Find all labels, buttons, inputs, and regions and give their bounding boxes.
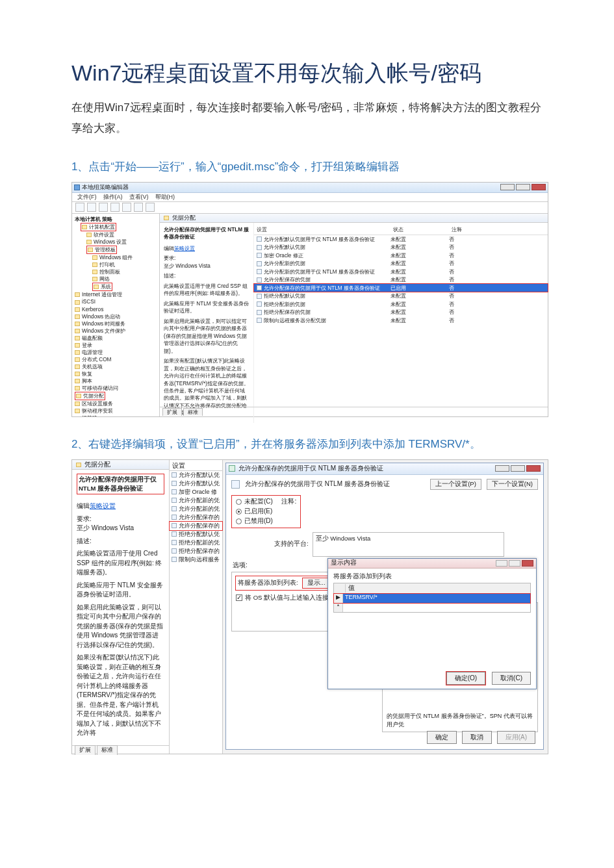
minimize-icon[interactable]: [500, 184, 515, 190]
tree-item[interactable]: 恢复: [75, 370, 157, 377]
tree-item[interactable]: iSCSI: [75, 298, 157, 305]
settings-row[interactable]: 加密 Oracle 修: [170, 488, 222, 496]
settings-row[interactable]: 允许分配新的凭: [170, 505, 222, 513]
filter-icon[interactable]: [146, 203, 155, 212]
grid-col-value[interactable]: 值: [346, 584, 528, 593]
settings-row[interactable]: 允许分配保存的: [170, 513, 222, 522]
grid-cell-value[interactable]: TERMSRV/*: [343, 594, 530, 603]
col-setting[interactable]: 设置: [254, 225, 390, 235]
settings-row[interactable]: 允许分配默认凭据用于仅 NTLM 服务器身份验证未配置否: [254, 235, 548, 244]
settings-row[interactable]: 拒绝分配新的凭: [170, 539, 222, 547]
settings-row[interactable]: 拒绝分配默认凭据未配置否: [254, 292, 548, 300]
radio-unconfigured[interactable]: [236, 499, 242, 505]
menu-action[interactable]: 操作(A): [103, 193, 123, 201]
settings-row[interactable]: 允许分配默认凭: [170, 471, 222, 479]
settings-row[interactable]: 允许分配保存的: [170, 522, 222, 530]
settings-row[interactable]: 拒绝分配保存的凭据未配置否: [254, 308, 548, 316]
tree-item[interactable]: 系统: [75, 283, 157, 291]
tree-root[interactable]: 本地计算机 策略: [75, 216, 157, 223]
inner-ok-button[interactable]: 确定(O): [446, 672, 485, 685]
enable-radio-group: 未配置(C) 注释: 已启用(E) 已禁用(D): [231, 495, 301, 528]
minimize-icon[interactable]: [496, 560, 507, 567]
content-header: 凭据分配: [160, 214, 548, 223]
settings-row[interactable]: 限制向远程服务: [170, 555, 222, 564]
tree-item[interactable]: Internet 通信管理: [75, 291, 157, 298]
settings-row[interactable]: 拒绝分配保存的: [170, 547, 222, 555]
tree-item[interactable]: 磁盘配额: [75, 335, 157, 342]
maximize-icon[interactable]: [516, 184, 530, 190]
tree-item[interactable]: Windows 热启动: [75, 313, 157, 320]
settings-row[interactable]: 允许分配保存的凭据用于仅 NTLM 服务器身份验证已启用否: [254, 284, 548, 292]
tree-item[interactable]: Kerberos: [75, 306, 157, 313]
tree-item[interactable]: 区域设置服务: [75, 400, 157, 407]
col-setting[interactable]: 设置: [170, 460, 222, 471]
settings-row[interactable]: 允许分配新的凭据未配置否: [254, 259, 548, 268]
menu-file[interactable]: 文件(F): [77, 193, 97, 201]
tree-item[interactable]: 关机选项: [75, 363, 157, 370]
folder-icon: [75, 307, 80, 312]
tab-extended[interactable]: 扩展: [75, 745, 96, 754]
help-icon[interactable]: [134, 203, 143, 212]
inner-cancel-button[interactable]: 取消(C): [492, 672, 531, 685]
menu-view[interactable]: 查看(V): [129, 193, 149, 201]
back-icon[interactable]: [75, 203, 84, 212]
close-icon[interactable]: [526, 465, 541, 472]
forward-icon[interactable]: [87, 203, 96, 212]
tree-item[interactable]: 分布式 COM: [75, 356, 157, 363]
col-state[interactable]: 状态: [390, 225, 449, 235]
settings-row[interactable]: 允许分配保存的凭据未配置否: [254, 275, 548, 284]
policy-tree[interactable]: 本地计算机 策略 计算机配置软件设置Windows 设置管理模板Windows …: [72, 214, 160, 416]
radio-enabled[interactable]: [236, 509, 242, 515]
tree-item[interactable]: 组策略: [75, 415, 157, 416]
close-icon[interactable]: [531, 184, 546, 190]
settings-row[interactable]: 拒绝分配新的凭据未配置否: [254, 300, 548, 309]
close-icon[interactable]: [522, 560, 533, 567]
tree-item[interactable]: 网络: [75, 275, 157, 283]
maximize-icon[interactable]: [511, 465, 525, 472]
prev-setting-button[interactable]: 上一个设置(P): [430, 479, 481, 490]
tree-item[interactable]: 可移动存储访问: [75, 385, 157, 392]
settings-row[interactable]: 允许分配新的凭据用于仅 NTLM 服务器身份验证未配置否: [254, 268, 548, 276]
cancel-button[interactable]: 取消: [462, 731, 492, 744]
tree-item[interactable]: 打印机: [75, 261, 157, 268]
settings-row[interactable]: 允许分配默认凭: [170, 479, 222, 488]
tree-item[interactable]: Windows 设置: [75, 238, 157, 246]
col-note[interactable]: 注释: [449, 225, 548, 235]
minimize-icon[interactable]: [495, 465, 509, 472]
refresh-icon[interactable]: [110, 203, 120, 212]
tree-item[interactable]: 管理模板: [75, 246, 157, 254]
tree-item[interactable]: Windows 时间服务: [75, 320, 157, 327]
settings-row[interactable]: 拒绝分配默认凭: [170, 530, 222, 539]
tree-item[interactable]: Windows 组件: [75, 254, 157, 261]
tree-item[interactable]: 电源管理: [75, 349, 157, 356]
up-icon[interactable]: [99, 203, 108, 212]
radio-disabled[interactable]: [236, 518, 242, 524]
tree-item[interactable]: 控制面板: [75, 268, 157, 275]
tree-item[interactable]: 驱动程序安装: [75, 407, 157, 415]
server-list-grid[interactable]: 值 ▶TERMSRV/* *: [333, 583, 531, 613]
tree-item[interactable]: 计算机配置: [75, 223, 157, 231]
maximize-icon[interactable]: [509, 560, 520, 567]
concat-default-checkbox[interactable]: [236, 594, 242, 601]
tree-item[interactable]: 脚本: [75, 377, 157, 385]
settings-row[interactable]: 加密 Oracle 修正未配置否: [254, 251, 548, 260]
grid-new-row[interactable]: [343, 603, 530, 612]
settings-row[interactable]: 允许分配新的凭: [170, 496, 222, 505]
edit-policy-link[interactable]: 策略设置: [174, 246, 195, 251]
tab-extended[interactable]: 扩展: [162, 408, 182, 416]
show-button[interactable]: 显示...: [302, 578, 331, 589]
props-icon[interactable]: [122, 203, 131, 212]
tab-standard[interactable]: 标准: [183, 408, 203, 416]
next-setting-button[interactable]: 下一个设置(N): [487, 479, 538, 490]
tree-item[interactable]: 凭据分配: [75, 392, 157, 400]
settings-row[interactable]: 限制向远程服务器分配凭据未配置否: [254, 316, 548, 325]
tree-item[interactable]: 登录: [75, 342, 157, 349]
tree-item[interactable]: 软件设置: [75, 231, 157, 238]
apply-button[interactable]: 应用(A): [497, 731, 535, 744]
tab-standard[interactable]: 标准: [97, 745, 118, 754]
settings-row[interactable]: 允许分配默认凭据未配置否: [254, 243, 548, 251]
tree-item[interactable]: Windows 文件保护: [75, 327, 157, 335]
menu-help[interactable]: 帮助(H): [155, 193, 175, 201]
edit-policy-link[interactable]: 策略设置: [90, 502, 116, 509]
ok-button[interactable]: 确定: [427, 731, 457, 744]
